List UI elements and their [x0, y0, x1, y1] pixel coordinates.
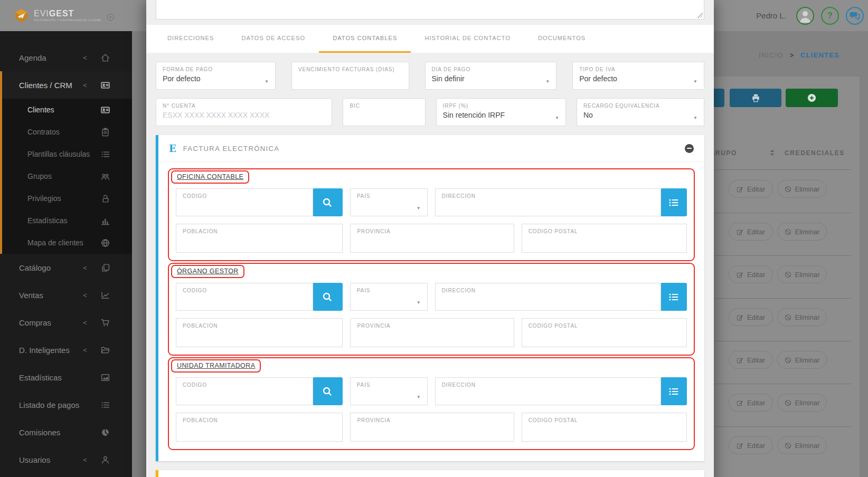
edit-button[interactable]: Editar	[729, 223, 773, 241]
help-button[interactable]: ?	[821, 7, 839, 25]
copy-icon	[101, 263, 110, 272]
tab-historial-de-contacto[interactable]: HISTORIAL DE CONTACTO	[411, 25, 524, 53]
breadcrumb-inicio[interactable]: INICIO	[759, 51, 784, 59]
tab-direcciones[interactable]: DIRECCIONES	[154, 25, 228, 53]
poblacion-input[interactable]: POBLACIÓN	[176, 318, 343, 347]
search-icon	[322, 291, 333, 303]
sidebar-item-catalogo[interactable]: Catálogo <	[0, 254, 132, 281]
edit-button[interactable]: Editar	[729, 351, 773, 369]
vencimiento-facturas-input[interactable]: VENCIMIENTO FACTURAS (DÍAS)	[291, 62, 409, 90]
line-chart-icon	[101, 291, 110, 300]
sidebar-item-privilegios[interactable]: Privilegios	[2, 187, 132, 209]
direccion-input[interactable]: DIRECCIÓN	[435, 188, 661, 216]
home-icon	[101, 53, 110, 62]
sidebar-item-usuarios[interactable]: Usuarios <	[0, 446, 132, 473]
client-edit-modal: DIRECCIONES DATOS DE ACCESO DATOS CONTAB…	[146, 0, 714, 477]
collapse-minus-icon[interactable]	[685, 144, 694, 153]
chevron-down-icon: ▼	[693, 116, 697, 120]
avatar[interactable]	[796, 7, 814, 25]
sidebar-item-ventas[interactable]: Ventas <	[0, 281, 132, 309]
irpf-select[interactable]: IRPF (%) Sin retención IRPF ▼	[436, 98, 566, 126]
sidebar-item-grupos[interactable]: Grupos	[2, 165, 132, 187]
print-button[interactable]	[730, 89, 781, 107]
edit-button[interactable]: Editar	[729, 308, 773, 326]
sidebar-item-estadisticas[interactable]: Estadísticas	[0, 364, 132, 391]
edit-button[interactable]: Editar	[729, 436, 773, 454]
sidebar-item-clientes-crm[interactable]: Clientes / CRM <	[2, 71, 132, 99]
user-area: Pedro L. ?	[756, 0, 864, 31]
sidebar-toggle-icon[interactable]	[107, 14, 114, 21]
codigo-postal-input[interactable]: CÓDIGO POSTAL	[522, 224, 687, 253]
chat-button[interactable]	[846, 7, 864, 25]
sidebar-item-clientes[interactable]: Clientes	[2, 99, 132, 121]
pais-select[interactable]: PAÍS ▼	[350, 188, 428, 216]
bic-input[interactable]: BIC	[343, 98, 425, 126]
address-list-button[interactable]	[661, 283, 687, 311]
chevron-right-icon: >	[790, 52, 794, 59]
edit-button[interactable]: Editar	[729, 394, 773, 412]
direccion-input[interactable]: DIRECCIÓN	[435, 377, 661, 405]
search-icon	[322, 197, 333, 208]
address-list-button[interactable]	[661, 188, 687, 216]
provincia-input[interactable]: PROVINCIA	[350, 413, 514, 442]
edit-button[interactable]: Editar	[729, 265, 773, 283]
tab-datos-contables[interactable]: DATOS CONTABLES	[319, 25, 411, 53]
modal-tabs: DIRECCIONES DATOS DE ACCESO DATOS CONTAB…	[146, 25, 714, 53]
codigo-postal-input[interactable]: CÓDIGO POSTAL	[522, 413, 687, 442]
column-header-credenciales: CREDENCIALES	[785, 149, 845, 157]
sidebar-item-comisiones[interactable]: Comisiones	[0, 418, 132, 446]
tab-datos-de-acceso[interactable]: DATOS DE ACCESO	[228, 25, 319, 53]
search-icon	[322, 386, 333, 397]
list-icon	[101, 400, 110, 409]
panel-title: FACTURA ELECTRÓNICA	[183, 145, 280, 152]
delete-button[interactable]: Eliminar	[777, 351, 827, 369]
codigo-input[interactable]: CÓDIGO	[176, 283, 313, 311]
n-cuenta-input[interactable]: N° CUENTA ESXX XXXX XXXX XXXX XXXX	[156, 98, 332, 126]
delete-button[interactable]: Eliminar	[777, 265, 827, 283]
add-client-button[interactable]	[786, 89, 838, 107]
sort-icon[interactable]	[769, 149, 775, 159]
list-icon	[668, 198, 679, 207]
sidebar-item-mapa-de-clientes[interactable]: Mapa de clientes	[2, 232, 132, 254]
forma-de-pago-select[interactable]: FORMA DE PAGO Por defecto ▼	[156, 62, 276, 90]
search-button[interactable]	[313, 188, 343, 216]
chevron-down-icon: ▼	[265, 79, 269, 84]
pais-select[interactable]: PAÍS ▼	[350, 377, 428, 405]
search-button[interactable]	[313, 377, 343, 405]
sidebar-item-contratos[interactable]: Contratos	[2, 121, 132, 143]
tipo-de-iva-select[interactable]: TIPO DE IVA Por defecto ▼	[572, 62, 704, 90]
delete-button[interactable]: Eliminar	[777, 436, 827, 454]
notes-textarea[interactable]	[156, 0, 704, 20]
app-screen: EVIGEST FACTURACIÓN Y CONTABILIDAD EN LA…	[0, 0, 868, 477]
sidebar-item-listado-de-pagos[interactable]: Listado de pagos	[0, 391, 132, 418]
delete-button[interactable]: Eliminar	[777, 180, 827, 198]
delete-button[interactable]: Eliminar	[777, 308, 827, 326]
sidebar-item-estadisticas-crm[interactable]: Estadísticas	[2, 209, 132, 232]
chevron-down-icon: ▼	[545, 79, 550, 84]
pais-select[interactable]: PAÍS ▼	[350, 283, 428, 311]
address-list-button[interactable]	[661, 377, 687, 405]
provincia-input[interactable]: PROVINCIA	[350, 318, 514, 347]
breadcrumb-clientes: CLIENTES	[800, 51, 839, 59]
search-button[interactable]	[313, 283, 343, 311]
poblacion-input[interactable]: POBLACIÓN	[176, 224, 343, 253]
provincia-input[interactable]: PROVINCIA	[350, 224, 514, 253]
codigo-postal-input[interactable]: CÓDIGO POSTAL	[522, 318, 687, 347]
delete-button[interactable]: Eliminar	[777, 223, 827, 241]
list-icon	[668, 387, 679, 396]
sidebar-item-agenda[interactable]: Agenda <	[0, 44, 132, 71]
codigo-input[interactable]: CÓDIGO	[176, 377, 313, 405]
poblacion-input[interactable]: POBLACIÓN	[176, 413, 343, 442]
dia-de-pago-select[interactable]: DÍA DE PAGO Sin definir ▼	[425, 62, 557, 90]
codigo-input[interactable]: CÓDIGO	[176, 188, 313, 216]
sidebar-item-plantillas-clausulas[interactable]: Plantillas cláusulas	[2, 143, 132, 165]
direccion-input[interactable]: DIRECCIÓN	[435, 283, 661, 311]
sidebar-item-compras[interactable]: Compras <	[0, 309, 132, 336]
resize-grip-icon[interactable]	[697, 13, 703, 18]
list-icon	[668, 292, 679, 302]
delete-button[interactable]: Eliminar	[777, 394, 827, 412]
edit-button[interactable]: Editar	[729, 180, 773, 198]
sidebar-item-d-inteligentes[interactable]: D. Inteligentes <	[0, 336, 132, 364]
recargo-equivalencia-select[interactable]: RECARGO EQUIVALENCIA No ▼	[577, 98, 704, 126]
tab-documentos[interactable]: DOCUMENTOS	[524, 25, 599, 53]
